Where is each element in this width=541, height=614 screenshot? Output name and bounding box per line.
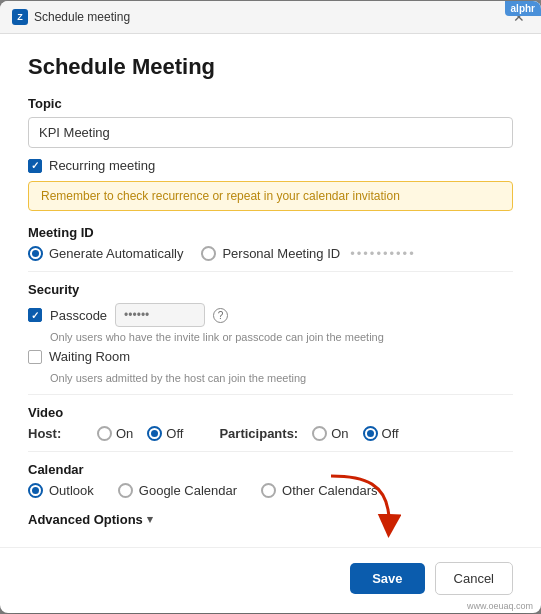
calendar-outlook-radio[interactable] bbox=[28, 483, 43, 498]
host-on-radio[interactable] bbox=[97, 426, 112, 441]
calendar-google-radio[interactable] bbox=[118, 483, 133, 498]
calendar-other-radio[interactable] bbox=[261, 483, 276, 498]
waiting-room-row: Waiting Room bbox=[28, 349, 513, 364]
participants-off-radio[interactable] bbox=[363, 426, 378, 441]
recurring-row: Recurring meeting bbox=[28, 158, 513, 173]
advanced-options-label: Advanced Options bbox=[28, 512, 143, 527]
titlebar-left: Z Schedule meeting bbox=[12, 9, 130, 25]
participants-on-label: On bbox=[331, 426, 348, 441]
topic-label: Topic bbox=[28, 96, 513, 111]
participants-on-radio[interactable] bbox=[312, 426, 327, 441]
passcode-input[interactable] bbox=[115, 303, 205, 327]
recurring-alert: Remember to check recurrence or repeat i… bbox=[28, 181, 513, 211]
calendar-outlook-option: Outlook bbox=[28, 483, 94, 498]
video-section: Video Host: On Off Participants: bbox=[28, 405, 513, 441]
calendar-label: Calendar bbox=[28, 462, 513, 477]
security-label: Security bbox=[28, 282, 513, 297]
zoom-icon: Z bbox=[12, 9, 28, 25]
meeting-id-row: Generate Automatically Personal Meeting … bbox=[28, 246, 513, 261]
meeting-id-auto-label: Generate Automatically bbox=[49, 246, 183, 261]
meeting-id-personal-label: Personal Meeting ID bbox=[222, 246, 340, 261]
video-label: Video bbox=[28, 405, 513, 420]
cancel-button[interactable]: Cancel bbox=[435, 562, 513, 595]
meeting-id-auto-option: Generate Automatically bbox=[28, 246, 183, 261]
video-row: Host: On Off Participants: On bbox=[28, 426, 513, 441]
host-on-option: On bbox=[97, 426, 133, 441]
schedule-meeting-window: alphr Z Schedule meeting ✕ Schedule Meet… bbox=[0, 1, 541, 613]
host-on-label: On bbox=[116, 426, 133, 441]
security-section: Security Passcode ? Only users who have … bbox=[28, 282, 513, 384]
calendar-other-label: Other Calendars bbox=[282, 483, 377, 498]
participants-off-label: Off bbox=[382, 426, 399, 441]
calendar-google-option: Google Calendar bbox=[118, 483, 237, 498]
waiting-room-checkbox[interactable] bbox=[28, 350, 42, 364]
advanced-options-toggle[interactable]: Advanced Options ▾ bbox=[28, 512, 513, 527]
participants-on-option: On bbox=[312, 426, 348, 441]
host-video-label: Host: bbox=[28, 426, 83, 441]
waiting-room-hint: Only users admitted by the host can join… bbox=[50, 372, 513, 384]
page-title: Schedule Meeting bbox=[28, 54, 513, 80]
personal-id-value: •••••••••• bbox=[350, 246, 416, 261]
participants-video-label: Participants: bbox=[219, 426, 298, 441]
calendar-row: Outlook Google Calendar Other Calendars bbox=[28, 483, 513, 498]
topic-input[interactable] bbox=[28, 117, 513, 148]
host-video-group: Host: On Off bbox=[28, 426, 183, 441]
passcode-checkbox[interactable] bbox=[28, 308, 42, 322]
host-off-option: Off bbox=[147, 426, 183, 441]
watermark: www.oeuaq.com bbox=[467, 601, 533, 611]
form-content: Schedule Meeting Topic Recurring meeting… bbox=[0, 34, 541, 547]
passcode-help-icon[interactable]: ? bbox=[213, 308, 228, 323]
footer: Save Cancel bbox=[0, 547, 541, 613]
meeting-id-label: Meeting ID bbox=[28, 225, 513, 240]
meeting-id-personal-option: Personal Meeting ID •••••••••• bbox=[201, 246, 415, 261]
chevron-down-icon: ▾ bbox=[147, 513, 153, 526]
participants-video-group: Participants: On Off bbox=[219, 426, 398, 441]
recurring-label: Recurring meeting bbox=[49, 158, 155, 173]
calendar-other-option: Other Calendars bbox=[261, 483, 377, 498]
passcode-hint: Only users who have the invite link or p… bbox=[50, 331, 513, 343]
recurring-checkbox[interactable] bbox=[28, 159, 42, 173]
calendar-outlook-label: Outlook bbox=[49, 483, 94, 498]
host-off-radio[interactable] bbox=[147, 426, 162, 441]
calendar-google-label: Google Calendar bbox=[139, 483, 237, 498]
participants-off-option: Off bbox=[363, 426, 399, 441]
passcode-label: Passcode bbox=[50, 308, 107, 323]
save-button[interactable]: Save bbox=[350, 563, 424, 594]
meeting-id-personal-radio[interactable] bbox=[201, 246, 216, 261]
meeting-id-auto-radio[interactable] bbox=[28, 246, 43, 261]
host-off-label: Off bbox=[166, 426, 183, 441]
calendar-section: Calendar Outlook Google Calendar Other C… bbox=[28, 462, 513, 498]
alphr-badge: alphr bbox=[505, 1, 541, 16]
titlebar-title: Schedule meeting bbox=[34, 10, 130, 24]
passcode-row: Passcode ? bbox=[28, 303, 513, 327]
titlebar: Z Schedule meeting ✕ bbox=[0, 1, 541, 34]
waiting-room-label: Waiting Room bbox=[49, 349, 130, 364]
